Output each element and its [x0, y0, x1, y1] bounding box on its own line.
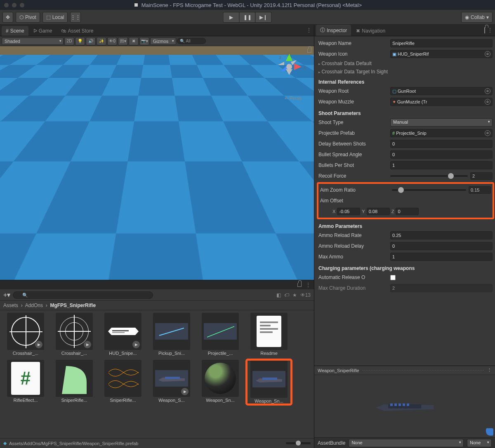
svg-rect-19: [398, 403, 401, 406]
panel-menu-icon[interactable]: ⋮: [488, 27, 493, 33]
tab-inspector[interactable]: ⓘ Inspector: [316, 25, 351, 36]
tools-icon[interactable]: ✖: [129, 37, 139, 45]
asset-item[interactable]: SniperRifle...: [52, 360, 97, 404]
crosshair-target-foldout[interactable]: Crosshair Data Target In Sight: [318, 68, 493, 76]
projectile-prefab-field[interactable]: #Projectile_Snip⊙: [390, 129, 493, 137]
weapon-root-field[interactable]: ▢GunRoot⊙: [390, 87, 493, 95]
weapon-icon-label: Weapon Icon: [318, 51, 389, 57]
reload-rate-field[interactable]: [390, 231, 493, 239]
tab-navigation[interactable]: ✖ Navigation: [352, 26, 389, 36]
shading-mode-dropdown[interactable]: Shaded: [2, 38, 64, 45]
ammo-params-header: Ammo Parameters: [318, 220, 493, 230]
scene-search[interactable]: 🔍 All: [177, 38, 206, 44]
persp-label[interactable]: ⇐ Persp: [285, 96, 302, 101]
audio-toggle[interactable]: 🔊: [86, 37, 96, 45]
tag-icon[interactable]: [486, 428, 493, 436]
svg-rect-1: [134, 3, 138, 7]
orientation-gizmo[interactable]: y x z: [273, 50, 306, 83]
internal-refs-header: Internal References: [318, 76, 493, 86]
weapon-name-field[interactable]: [390, 39, 493, 47]
window-title: MainScene - FPS Microgame Test - WebGL -…: [141, 2, 362, 8]
delay-field[interactable]: [390, 140, 493, 148]
lighting-toggle[interactable]: 💡: [75, 37, 85, 45]
scene-view[interactable]: Enemy_HoverBot (1) ✦ ✦ ✦ Weapon_SniperRi…: [0, 46, 314, 280]
favorites-icon[interactable]: ★: [292, 292, 297, 298]
main-toolbar: ✥ ⬡Pivot ⬚Local ⋮⋮ ▶ ❚❚ ▶❙ ◉ Collab ▾: [0, 10, 495, 25]
asset-item[interactable]: Weapon_Sn...: [198, 360, 243, 404]
lock-icon[interactable]: [307, 49, 311, 53]
filter-by-label-icon[interactable]: 🏷: [284, 292, 289, 298]
asset-item[interactable]: #RifleEffect...: [3, 360, 48, 404]
weapon-icon-field[interactable]: ▣HUD_SniperRif⊙: [390, 50, 493, 58]
asset-item[interactable]: SniperRifle...: [101, 360, 145, 404]
weapon-muzzle-field[interactable]: ✦GunMuzzle (Tr⊙: [390, 98, 493, 106]
max-ammo-field[interactable]: [390, 253, 493, 261]
thumbnail-size-slider[interactable]: [286, 442, 311, 444]
preview-panel: Weapon_SniperRifle ⋮ AssetBundle None No…: [314, 366, 495, 448]
auto-release-checkbox[interactable]: [390, 275, 396, 280]
svg-rect-18: [394, 403, 397, 406]
tab-game[interactable]: ᐅGame: [29, 26, 57, 36]
asset-item[interactable]: Pickup_Sni...: [149, 313, 194, 356]
max-charge-field[interactable]: [390, 284, 493, 292]
weapon-gizmo[interactable]: ✦ ✦ ✦: [116, 197, 132, 224]
panel-lock-icon[interactable]: [484, 27, 485, 33]
preview-menu-icon[interactable]: ⋮: [487, 368, 492, 373]
breadcrumb[interactable]: Assets › AddOns › MgFPS_SniperRifle: [0, 301, 314, 310]
gizmos-dropdown[interactable]: Gizmos: [150, 38, 176, 45]
aim-offset-vector: X Y Z: [332, 208, 419, 215]
shoot-params-header: Shoot Parameters: [318, 107, 493, 117]
crosshair-default-foldout[interactable]: Crosshair Data Default: [318, 59, 493, 68]
assetbundle-variant-dropdown[interactable]: None: [467, 439, 492, 447]
grid-dropdown[interactable]: 田▾: [118, 37, 128, 45]
enemy-label[interactable]: Enemy_HoverBot (1): [72, 71, 116, 77]
assetbundle-dropdown[interactable]: None: [349, 439, 464, 447]
charge-params-header: Charging parameters (charging weapons: [318, 262, 493, 272]
aim-offset-z[interactable]: [396, 208, 419, 215]
svg-line-10: [207, 326, 234, 337]
reload-delay-field[interactable]: [390, 242, 493, 250]
tab-scene[interactable]: #Scene: [2, 26, 28, 36]
fx-toggle[interactable]: ✨: [97, 37, 106, 45]
svg-rect-12: [165, 377, 180, 379]
svg-line-9: [159, 328, 184, 335]
create-button[interactable]: +▾: [3, 291, 10, 299]
asset-item[interactable]: Projectile_...: [198, 313, 243, 356]
lock-icon[interactable]: [297, 283, 302, 287]
recoil-slider[interactable]: [390, 175, 468, 177]
collab-button[interactable]: ◉ Collab ▾: [461, 12, 493, 23]
pivot-button[interactable]: ⬡Pivot: [16, 12, 40, 23]
aim-zoom-slider[interactable]: [392, 189, 466, 191]
tab-menu-icon[interactable]: ⋮: [306, 27, 311, 33]
asset-item[interactable]: ▶Crosshair_...: [3, 313, 48, 356]
tools-hand-icon[interactable]: ✥: [2, 12, 13, 23]
asset-item[interactable]: ▶Crosshair_...: [52, 313, 97, 356]
weapon-label[interactable]: Weapon_SniperRifle: [87, 184, 138, 191]
project-search[interactable]: [13, 291, 153, 299]
bullets-per-shot-field[interactable]: [390, 161, 493, 169]
camera-dropdown[interactable]: 📷▾: [139, 37, 149, 45]
asset-item[interactable]: Readme: [247, 313, 291, 356]
filter-by-type-icon[interactable]: ◧: [276, 292, 281, 298]
local-button[interactable]: ⬚Local: [42, 12, 68, 23]
panel-menu-icon[interactable]: ⋮: [306, 282, 311, 288]
project-panel: ⋮ +▾ ◧ 🏷 ★ 👁13 Assets › AddOns › MgFPS_S…: [0, 280, 314, 448]
pause-button[interactable]: ❚❚: [239, 12, 256, 23]
asset-item[interactable]: ▶Weapon_S...: [149, 360, 194, 404]
step-button[interactable]: ▶❙: [255, 12, 272, 23]
play-button[interactable]: ▶: [223, 12, 240, 23]
visibility-count[interactable]: 👁13: [300, 292, 311, 298]
2d-toggle[interactable]: 2D: [64, 37, 74, 45]
aim-offset-y[interactable]: [367, 208, 390, 215]
tab-assetstore[interactable]: 🛍Asset Store: [57, 26, 97, 36]
aim-offset-x[interactable]: [337, 208, 360, 215]
preview-viewport[interactable]: [314, 375, 495, 437]
snap-button[interactable]: ⋮⋮: [70, 12, 81, 23]
svg-point-5: [286, 64, 292, 70]
hidden-objects-toggle[interactable]: 👁0: [107, 37, 117, 45]
shoot-type-dropdown[interactable]: Manual: [390, 118, 493, 127]
asset-item[interactable]: ▶HUD_Snipe...: [101, 313, 145, 356]
spread-field[interactable]: [390, 150, 493, 159]
scene-tabs: #Scene ᐅGame 🛍Asset Store ⋮: [0, 25, 314, 36]
asset-item[interactable]: Weapon_Sn...: [247, 360, 291, 404]
